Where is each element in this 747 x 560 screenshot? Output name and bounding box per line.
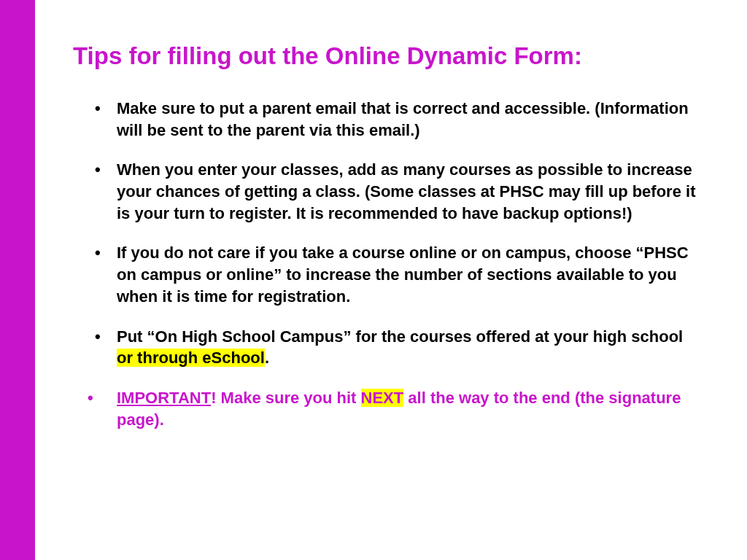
list-item: If you do not care if you take a course … — [117, 242, 696, 307]
list-item: Put “On High School Campus” for the cour… — [117, 326, 696, 369]
highlight-text: NEXT — [361, 389, 404, 407]
bullet-text: If you do not care if you take a course … — [117, 244, 689, 305]
accent-sidebar — [0, 0, 35, 560]
important-label: IMPORTANT — [117, 389, 211, 407]
highlight-text: or through eSchool — [117, 349, 265, 367]
list-item: Make sure to put a parent email that is … — [117, 98, 696, 141]
bullet-text: Make sure to put a parent email that is … — [117, 99, 689, 139]
list-item: When you enter your classes, add as many… — [117, 159, 696, 224]
tips-list: Make sure to put a parent email that is … — [73, 98, 696, 430]
slide-content: Tips for filling out the Online Dynamic … — [73, 42, 696, 448]
page-title: Tips for filling out the Online Dynamic … — [73, 42, 696, 70]
bullet-text-pre: Put “On High School Campus” for the cour… — [117, 327, 683, 346]
bullet-text-post: . — [265, 349, 269, 367]
list-item-important: IMPORTANT! Make sure you hit NEXT all th… — [117, 387, 696, 430]
bullet-text-after-ul: ! Make sure you hit — [211, 389, 360, 407]
bullet-text: When you enter your classes, add as many… — [117, 160, 695, 222]
